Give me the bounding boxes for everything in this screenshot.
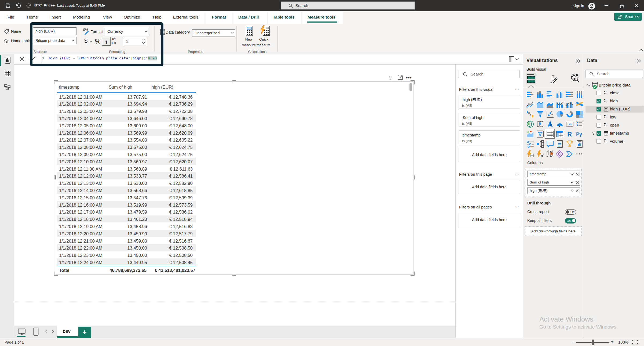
svg-text:R: R: [567, 131, 572, 138]
svg-text:Py: Py: [576, 132, 582, 137]
svg-text:123: 123: [530, 154, 534, 157]
svg-text:123: 123: [567, 123, 572, 126]
